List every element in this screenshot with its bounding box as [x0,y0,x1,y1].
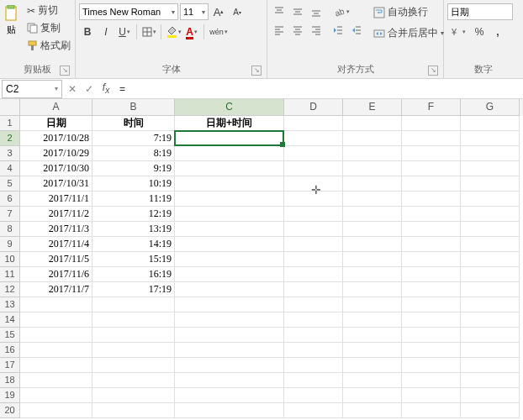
cell-F14[interactable] [402,312,461,328]
cancel-button[interactable]: ✕ [64,83,81,95]
cell-F16[interactable] [402,343,461,358]
align-left-button[interactable] [271,22,288,39]
column-header-F[interactable]: F [402,99,461,116]
cell-G5[interactable] [461,176,520,192]
cell-C9[interactable] [175,237,284,252]
select-all-corner[interactable] [0,99,20,116]
cell-C2[interactable]: = [175,131,284,146]
align-center-button[interactable] [289,22,306,39]
cell-B6[interactable]: 11:19 [92,192,175,207]
row-header[interactable]: 12 [0,282,20,297]
cell-F19[interactable] [402,388,461,403]
cell-G12[interactable] [461,282,520,297]
row-header[interactable]: 3 [0,146,20,161]
cell-C6[interactable] [175,192,284,207]
cell-A6[interactable]: 2017/11/1 [20,192,92,207]
row-header[interactable]: 17 [0,358,20,373]
ruby-button[interactable]: wén [208,24,230,40]
column-header-G[interactable]: G [461,99,520,116]
cell-C4[interactable] [175,161,284,176]
cell-D4[interactable] [284,161,343,176]
cut-button[interactable]: ✂ 剪切 [24,2,74,19]
cell-F13[interactable] [402,297,461,312]
format-painter-button[interactable]: 格式刷 [24,37,74,55]
cell-G20[interactable] [461,403,520,418]
cell-A11[interactable]: 2017/11/6 [20,267,92,282]
decrease-font-button[interactable]: A▾ [229,3,246,20]
cell-E14[interactable] [343,312,402,328]
cell-G10[interactable] [461,252,520,267]
cell-D20[interactable] [284,403,343,418]
alignment-dialog-launcher[interactable]: ↘ [428,66,438,76]
copy-button[interactable]: 复制 [24,19,74,37]
cell-F4[interactable] [402,161,461,176]
row-header[interactable]: 18 [0,373,20,388]
cell-B4[interactable]: 9:19 [92,161,175,176]
cell-A18[interactable] [20,373,92,388]
cell-E10[interactable] [343,252,402,267]
increase-font-button[interactable]: A▴ [210,3,227,20]
cell-D10[interactable] [284,252,343,267]
cell-D7[interactable] [284,207,343,222]
merge-center-button[interactable]: 合并后居中 ▾ [370,24,447,42]
row-header[interactable]: 20 [0,403,20,418]
cell-C16[interactable] [175,343,284,358]
name-box[interactable]: C2 ▾ [2,80,62,98]
cell-C17[interactable] [175,358,284,373]
cell-F2[interactable] [402,131,461,146]
cell-A9[interactable]: 2017/11/4 [20,237,92,252]
cell-G18[interactable] [461,373,520,388]
cell-C12[interactable] [175,282,284,297]
cell-A15[interactable] [20,328,92,343]
cell-A13[interactable] [20,297,92,312]
cell-E2[interactable] [343,131,402,146]
column-header-E[interactable]: E [343,99,402,116]
cell-B1[interactable]: 时间 [92,116,175,131]
cell-C5[interactable] [175,176,284,192]
cell-E19[interactable] [343,388,402,403]
cell-D13[interactable] [284,297,343,312]
cell-B2[interactable]: 7:19 [92,131,175,146]
cell-F8[interactable] [402,222,461,237]
currency-button[interactable]: ¥ [447,24,469,40]
cell-D11[interactable] [284,267,343,282]
cell-G13[interactable] [461,297,520,312]
cell-D15[interactable] [284,328,343,343]
cell-C14[interactable] [175,312,284,328]
cell-A10[interactable]: 2017/11/5 [20,252,92,267]
row-header[interactable]: 16 [0,343,20,358]
cell-G4[interactable] [461,161,520,176]
font-dialog-launcher[interactable]: ↘ [251,66,262,76]
cell-G17[interactable] [461,358,520,373]
cell-G7[interactable] [461,207,520,222]
cell-E4[interactable] [343,161,402,176]
cell-B5[interactable]: 10:19 [92,176,175,192]
cell-E5[interactable] [343,176,402,192]
cell-F11[interactable] [402,267,461,282]
column-header-C[interactable]: C [175,99,284,116]
row-header[interactable]: 1 [0,116,20,131]
row-header[interactable]: 15 [0,328,20,343]
wrap-text-button[interactable]: 自动换行 [370,3,447,21]
cell-D17[interactable] [284,358,343,373]
cell-G11[interactable] [461,267,520,282]
align-bottom-button[interactable] [308,3,325,20]
cell-A7[interactable]: 2017/11/2 [20,207,92,222]
font-name-combo[interactable]: Times New Roman ▾ [79,3,178,20]
cell-G1[interactable] [461,116,520,131]
cell-C13[interactable] [175,297,284,312]
cell-C19[interactable] [175,388,284,403]
cell-A14[interactable] [20,312,92,328]
cell-D18[interactable] [284,373,343,388]
row-header[interactable]: 11 [0,267,20,282]
cell-F17[interactable] [402,358,461,373]
cell-D14[interactable] [284,312,343,328]
row-header[interactable]: 6 [0,192,20,207]
fx-button[interactable]: fx [98,81,114,95]
column-header-B[interactable]: B [92,99,175,116]
row-header[interactable]: 19 [0,388,20,403]
cell-C7[interactable] [175,207,284,222]
cell-A3[interactable]: 2017/10/29 [20,146,92,161]
cell-F5[interactable] [402,176,461,192]
cell-D3[interactable] [284,146,343,161]
